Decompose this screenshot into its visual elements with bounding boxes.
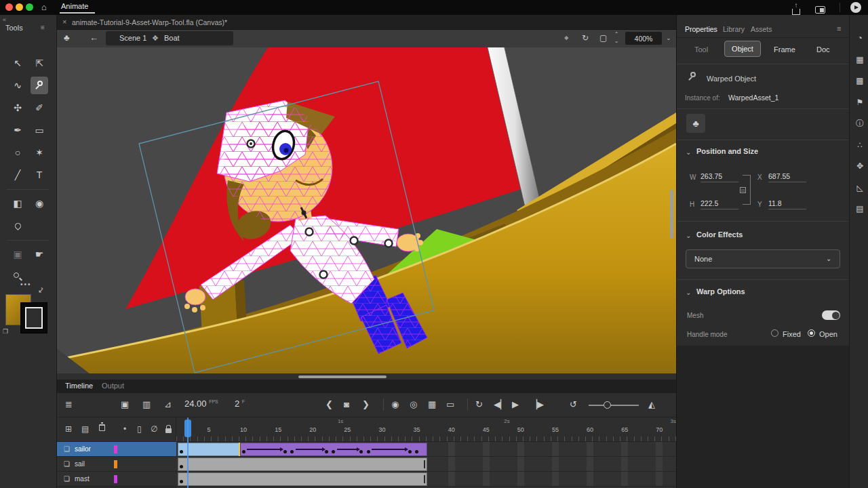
keyframe-dot[interactable]: [180, 465, 183, 468]
hide-all-icon[interactable]: ∅: [151, 424, 157, 434]
insert-frames-icon[interactable]: ▥: [142, 399, 151, 409]
keyframe-dot[interactable]: [283, 450, 287, 453]
h-field[interactable]: 222.5: [701, 199, 738, 209]
prev-keyframe-icon[interactable]: ❮: [326, 399, 333, 409]
section-position-size[interactable]: Position and Size: [696, 147, 758, 155]
paint-bucket-tool[interactable]: ◉: [31, 195, 48, 212]
section-color-effects[interactable]: Color Effects: [696, 230, 743, 239]
tab-assets[interactable]: Assets: [751, 25, 772, 33]
warp-asset-button[interactable]: ♣: [686, 114, 705, 133]
color-effect-dropdown[interactable]: None ⌄: [686, 249, 840, 268]
panel-graph-icon[interactable]: ◺: [854, 182, 865, 193]
tab-timeline[interactable]: Timeline: [65, 382, 93, 390]
keyframe-dot[interactable]: [367, 450, 370, 453]
chevron-down-icon[interactable]: ⌄: [666, 35, 671, 41]
w-field[interactable]: 263.75: [701, 172, 738, 182]
panel-dots-icon[interactable]: ∴: [854, 140, 865, 150]
onion-skin-icon[interactable]: ◉: [391, 399, 399, 409]
panel-menu-icon[interactable]: ≡: [837, 24, 841, 33]
app-tab-animate[interactable]: Animate: [61, 2, 88, 10]
zoom-level-field[interactable]: 400%: [625, 32, 662, 45]
panel-components-icon[interactable]: ▤: [854, 203, 865, 214]
next-keyframe-icon[interactable]: ❯: [362, 399, 370, 409]
text-tool[interactable]: T: [31, 166, 48, 184]
play-button[interactable]: [850, 2, 861, 13]
seg-object[interactable]: Object: [724, 41, 761, 57]
edit-multiple-frames-icon[interactable]: ▦: [428, 399, 436, 409]
layers-icon[interactable]: ≣: [65, 399, 73, 409]
frame-range-icon[interactable]: ▭: [446, 399, 454, 409]
radio-open-label[interactable]: Open: [819, 330, 837, 338]
close-document-icon[interactable]: ×: [62, 18, 66, 26]
more-tools-icon[interactable]: •••: [20, 281, 32, 288]
eraser-tool[interactable]: ◧: [9, 195, 26, 212]
panel-info-icon[interactable]: ⓘ: [854, 118, 865, 129]
panel-swirl-icon[interactable]: ◔: [854, 33, 865, 43]
seg-frame[interactable]: Frame: [774, 45, 795, 54]
x-field[interactable]: 687.55: [768, 172, 806, 182]
stage-canvas[interactable]: [57, 47, 676, 373]
default-colors-icon[interactable]: ❐: [3, 328, 8, 335]
fps-display[interactable]: 24.00 FPS: [184, 399, 218, 409]
current-frame-display[interactable]: 2 F: [235, 399, 245, 409]
mesh-toggle[interactable]: [822, 310, 840, 320]
delete-layer-icon[interactable]: [99, 424, 105, 431]
lock-aspect-icon[interactable]: ⊡: [740, 187, 746, 193]
timeline-zoom-slider-knob[interactable]: [604, 401, 611, 409]
classic-brush-tool[interactable]: ✐: [31, 99, 48, 117]
frame-span[interactable]: [178, 458, 427, 471]
add-layer-icon[interactable]: ⊞: [65, 424, 72, 434]
y-field[interactable]: 11.8: [768, 199, 806, 209]
rotation-icon[interactable]: ↻: [582, 33, 589, 43]
asset-warp-tool[interactable]: [31, 77, 48, 94]
panel-puppet-icon[interactable]: ✥: [854, 161, 865, 171]
lock-all-icon[interactable]: [165, 424, 172, 433]
radio-fixed-label[interactable]: Fixed: [783, 330, 801, 338]
reset-zoom-icon[interactable]: ↺: [570, 399, 577, 409]
seg-doc[interactable]: Doc: [816, 45, 830, 54]
horizontal-scrollbar[interactable]: [57, 373, 676, 380]
highlight-layer-icon[interactable]: •: [123, 424, 126, 434]
layer-row-sailor[interactable]: ❏sailor: [57, 442, 176, 457]
step-forward-icon[interactable]: ▕▶: [530, 399, 544, 409]
center-stage-icon[interactable]: ⌖: [564, 33, 569, 43]
polystar-tool[interactable]: ✶: [31, 144, 48, 161]
keyframe-dot[interactable]: [408, 450, 412, 453]
zoom-stepper[interactable]: ⌃⌄: [613, 31, 620, 46]
test-movie-icon[interactable]: [815, 3, 825, 14]
home-icon[interactable]: ⌂: [41, 2, 47, 12]
insert-keyframe-icon[interactable]: ◙: [344, 399, 349, 409]
oval-tool[interactable]: ○: [9, 144, 26, 161]
panel-keyboard-icon[interactable]: ▦: [854, 54, 865, 65]
share-icon[interactable]: [792, 3, 800, 15]
camera-icon[interactable]: ▣: [121, 399, 129, 409]
rectangle-tool[interactable]: ▭: [31, 121, 48, 139]
pen-tool[interactable]: ✒: [9, 121, 26, 139]
horizontal-scrollbar-thumb[interactable]: [298, 375, 387, 378]
back-arrow-icon[interactable]: ←: [90, 33, 98, 43]
clip-content-icon[interactable]: ▢: [599, 33, 607, 43]
window-close-button[interactable]: [5, 3, 13, 11]
tab-properties[interactable]: Properties: [685, 25, 717, 33]
layer-row-mast[interactable]: ❏mast: [57, 472, 176, 487]
document-tab-title[interactable]: animate-Tutorial-9-Asset-Warp-Tool.fla (…: [72, 18, 227, 26]
seg-tool[interactable]: Tool: [694, 45, 708, 54]
stroke-color-swatch[interactable]: [20, 302, 47, 333]
panel-grid-icon[interactable]: ▩: [854, 75, 865, 86]
keyframe-dot[interactable]: [242, 450, 245, 453]
window-minimize-button[interactable]: [16, 3, 23, 11]
chevron-down-icon[interactable]: ⌄: [686, 289, 691, 296]
loop-icon[interactable]: ↻: [475, 399, 483, 409]
layer-outline-swatch[interactable]: [114, 475, 117, 483]
window-zoom-button[interactable]: [26, 3, 33, 11]
selection-tool[interactable]: ↖: [9, 54, 26, 72]
play-icon[interactable]: ▶: [512, 399, 519, 409]
graph-editor-icon[interactable]: ⊿: [164, 399, 172, 409]
keyframe-dot[interactable]: [180, 480, 183, 483]
chevron-down-icon[interactable]: ⌄: [686, 148, 691, 156]
camera-tool[interactable]: ▣: [9, 245, 26, 263]
keyframe-dot[interactable]: [180, 450, 183, 453]
radio-fixed[interactable]: [771, 329, 778, 337]
layer-outline-swatch[interactable]: [114, 460, 117, 468]
chevron-down-icon[interactable]: ⌄: [686, 232, 691, 239]
